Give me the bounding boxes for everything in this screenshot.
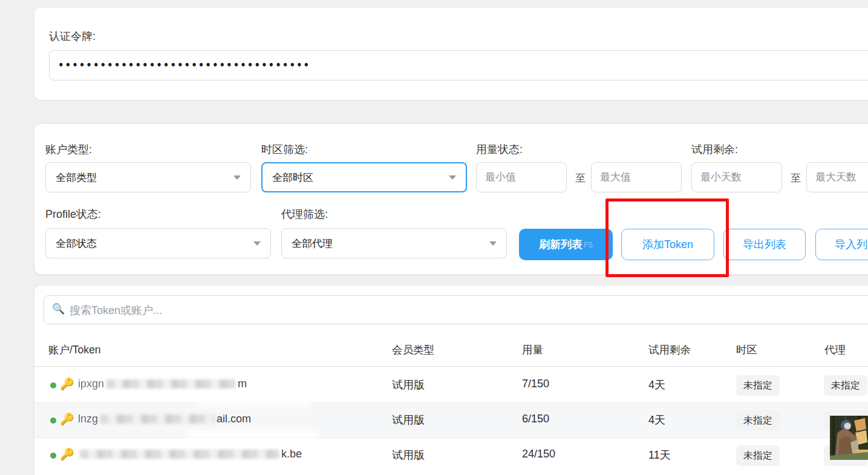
trial-range-separator: 至 — [791, 171, 801, 185]
import-list-label: 导入列表 — [835, 237, 868, 252]
timezone-badge: 未指定 — [736, 375, 780, 396]
auth-token-input[interactable] — [49, 50, 868, 80]
usage-min-input[interactable] — [476, 162, 567, 192]
account-email: k.be — [78, 448, 302, 460]
profile-status-label: Profile状态: — [45, 207, 101, 221]
usage-cell: 6/150 — [522, 413, 549, 425]
overlay-thumbnail-image — [830, 416, 868, 460]
profile-status-value: 全部状态 — [56, 237, 97, 251]
email-suffix: k.be — [281, 448, 302, 460]
account-email: lnzg ail.com — [78, 413, 251, 425]
timezone-select[interactable]: 全部时区 — [261, 162, 467, 192]
column-member-type: 会员类型 — [392, 342, 434, 357]
auth-token-label: 认证令牌: — [49, 29, 96, 44]
table-row[interactable]: 🔑 k.be 试用版 24/150 11天 未指定 未指定 — [34, 438, 868, 473]
proxy-badge: 未指定 — [824, 375, 867, 396]
trial-max-input[interactable] — [806, 162, 868, 192]
email-suffix: m — [238, 378, 247, 390]
key-icon: 🔑 — [60, 447, 74, 461]
email-suffix: ail.com — [217, 413, 251, 425]
redacted-email-segment — [80, 450, 279, 459]
import-list-button[interactable]: 导入列表 — [815, 229, 868, 260]
proxy-filter-label: 代理筛选: — [281, 207, 328, 221]
search-box: 🔍 — [44, 295, 868, 324]
search-input[interactable] — [68, 296, 857, 324]
key-icon: 🔑 — [60, 412, 74, 426]
account-email: ipxgn m — [78, 378, 247, 390]
token-table-card: 🔍 账户/Token 会员类型 用量 试用剩余 时区 代理 🔑 ipxgn m … — [34, 286, 868, 475]
export-list-label: 导出列表 — [743, 237, 786, 252]
filters-card: 账户类型: 时区筛选: 用量状态: 试用剩余: 全部类型 全部时区 至 至 Pr… — [34, 124, 868, 274]
chevron-down-icon — [449, 175, 456, 180]
chevron-down-icon — [233, 175, 241, 180]
account-type-select[interactable]: 全部类型 — [45, 162, 251, 192]
timezone-value: 全部时区 — [272, 171, 313, 185]
column-timezone: 时区 — [736, 342, 757, 357]
timezone-badge: 未指定 — [736, 445, 780, 466]
usage-range-separator: 至 — [575, 171, 586, 185]
column-trial-remaining: 试用剩余 — [648, 342, 691, 357]
member-type-cell: 试用版 — [392, 378, 425, 392]
trial-remaining-cell: 4天 — [648, 413, 665, 427]
status-dot — [50, 418, 56, 424]
trial-remaining-label: 试用剩余: — [691, 142, 738, 157]
column-proxy: 代理 — [824, 342, 846, 357]
usage-cell: 24/150 — [522, 448, 555, 460]
proxy-select[interactable]: 全部代理 — [281, 228, 507, 258]
timezone-badge: 未指定 — [736, 410, 780, 431]
usage-cell: 7/150 — [522, 378, 549, 390]
redacted-email-segment — [106, 379, 236, 388]
member-type-cell: 试用版 — [392, 448, 425, 462]
account-type-label: 账户类型: — [45, 142, 92, 157]
search-icon: 🔍 — [52, 303, 65, 315]
table-row[interactable]: 🔑 ipxgn m 试用版 7/150 4天 未指定 未指定 — [34, 368, 868, 403]
account-type-value: 全部类型 — [56, 171, 97, 185]
chevron-down-icon — [489, 241, 497, 246]
table-header: 账户/Token 会员类型 用量 试用剩余 时区 代理 — [34, 334, 868, 367]
trial-remaining-cell: 4天 — [648, 378, 665, 392]
email-prefix: ipxgn — [78, 378, 104, 390]
auth-token-card: 认证令牌: — [34, 8, 868, 100]
refresh-list-button[interactable]: 刷新列表 F5 — [519, 229, 613, 260]
profile-status-select[interactable]: 全部状态 — [45, 228, 271, 258]
trial-remaining-cell: 11天 — [648, 448, 671, 462]
refresh-hotkey-hint: F5 — [584, 240, 593, 249]
add-token-label: 添加Token — [642, 237, 693, 252]
usage-status-label: 用量状态: — [476, 142, 523, 157]
redacted-email-segment — [100, 414, 215, 424]
export-list-button[interactable]: 导出列表 — [723, 229, 806, 260]
email-prefix: lnzg — [78, 413, 98, 425]
column-account: 账户/Token — [48, 342, 101, 357]
status-dot — [50, 382, 56, 388]
add-token-button[interactable]: 添加Token — [621, 229, 714, 260]
table-row[interactable]: 🔑 lnzg ail.com 试用版 6/150 4天 未指定 未指定 — [34, 403, 868, 438]
key-icon: 🔑 — [60, 377, 74, 391]
member-type-cell: 试用版 — [392, 413, 425, 427]
usage-max-input[interactable] — [591, 162, 682, 192]
column-usage: 用量 — [522, 342, 543, 357]
timezone-filter-label: 时区筛选: — [261, 142, 308, 157]
status-dot — [50, 453, 56, 459]
proxy-value: 全部代理 — [292, 237, 333, 251]
refresh-list-label: 刷新列表 — [539, 237, 582, 252]
trial-min-input[interactable] — [691, 162, 782, 192]
chevron-down-icon — [253, 241, 261, 246]
